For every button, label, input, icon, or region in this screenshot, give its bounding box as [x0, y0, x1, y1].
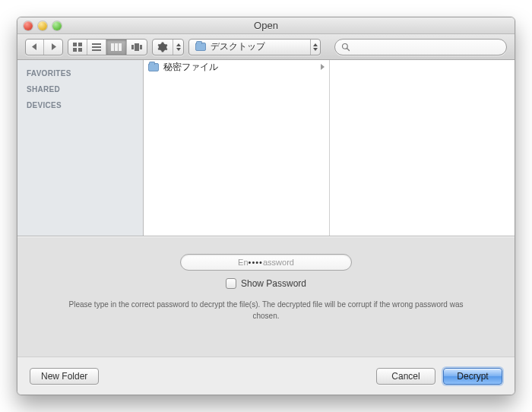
sidebar-section-shared[interactable]: SHARED [17, 81, 143, 97]
back-button[interactable] [26, 40, 44, 55]
show-password-row: Show Password [226, 278, 306, 289]
forward-icon [51, 43, 56, 50]
gear-icon [157, 42, 168, 52]
window-controls [17, 21, 62, 30]
svg-rect-7 [111, 43, 114, 51]
file-name: 秘密ファイル [163, 61, 218, 74]
svg-rect-8 [115, 43, 118, 51]
path-label: デスクトップ [211, 40, 265, 53]
path-popup[interactable]: デスクトップ [188, 39, 321, 55]
column-view-button[interactable] [106, 40, 127, 55]
sidebar-section-devices[interactable]: DEVICES [17, 97, 143, 113]
dialog-button-bar: New Folder Cancel Decrypt [17, 357, 515, 395]
icon-view-button[interactable] [68, 40, 87, 55]
chevron-updown-icon [310, 40, 320, 55]
column-view-icon [111, 43, 122, 51]
cancel-button[interactable]: Cancel [376, 368, 435, 385]
open-dialog-window: Open [17, 17, 515, 395]
column-1[interactable]: 秘密ファイル [144, 60, 330, 236]
coverflow-view-icon [131, 43, 142, 51]
chevron-updown-icon [173, 40, 183, 55]
action-menu[interactable] [152, 39, 184, 55]
coverflow-view-button[interactable] [127, 40, 147, 55]
list-view-icon [92, 43, 101, 51]
password-panel: En••••assword Show Password Please type … [17, 236, 515, 357]
new-folder-button[interactable]: New Folder [30, 368, 99, 385]
password-placeholder-left: En [238, 258, 248, 267]
show-password-label: Show Password [241, 278, 306, 289]
column-2[interactable] [330, 60, 515, 236]
folder-icon [195, 43, 206, 51]
minimize-window-button[interactable] [38, 21, 47, 30]
svg-rect-5 [92, 46, 101, 48]
sidebar: FAVORITES SHARED DEVICES [17, 60, 144, 236]
search-input[interactable] [354, 41, 500, 53]
svg-rect-1 [78, 43, 82, 46]
password-input[interactable]: En••••assword [180, 254, 352, 271]
show-password-checkbox[interactable] [226, 278, 236, 289]
list-view-button[interactable] [87, 40, 106, 55]
svg-rect-3 [78, 48, 82, 52]
list-item[interactable]: 秘密ファイル [144, 60, 329, 74]
svg-rect-0 [73, 43, 77, 46]
svg-rect-2 [73, 48, 77, 52]
chevron-right-icon [321, 64, 325, 70]
view-switcher [68, 39, 147, 55]
svg-rect-10 [131, 45, 134, 49]
close-window-button[interactable] [24, 21, 33, 30]
zoom-window-button[interactable] [52, 21, 62, 30]
password-placeholder-right: assword [263, 258, 294, 267]
titlebar: Open [17, 17, 515, 34]
svg-rect-11 [135, 43, 139, 51]
search-icon [341, 43, 350, 52]
sidebar-section-favorites[interactable]: FAVORITES [17, 65, 143, 81]
file-browser: FAVORITES SHARED DEVICES 秘密ファイル [17, 60, 515, 236]
password-masked: •••• [249, 258, 263, 267]
back-icon [32, 43, 37, 50]
svg-rect-4 [92, 43, 101, 45]
forward-button[interactable] [44, 40, 62, 55]
search-field[interactable] [334, 39, 507, 55]
svg-line-14 [347, 48, 350, 50]
folder-icon [148, 63, 159, 71]
password-hint-text: Please type in the correct password to d… [68, 299, 464, 322]
window-title: Open [17, 20, 515, 31]
svg-rect-6 [92, 49, 101, 51]
icon-view-icon [73, 43, 82, 52]
svg-rect-9 [119, 43, 122, 51]
nav-buttons [25, 39, 63, 55]
decrypt-button[interactable]: Decrypt [443, 368, 502, 385]
svg-rect-12 [140, 45, 142, 49]
toolbar: デスクトップ [17, 34, 515, 60]
